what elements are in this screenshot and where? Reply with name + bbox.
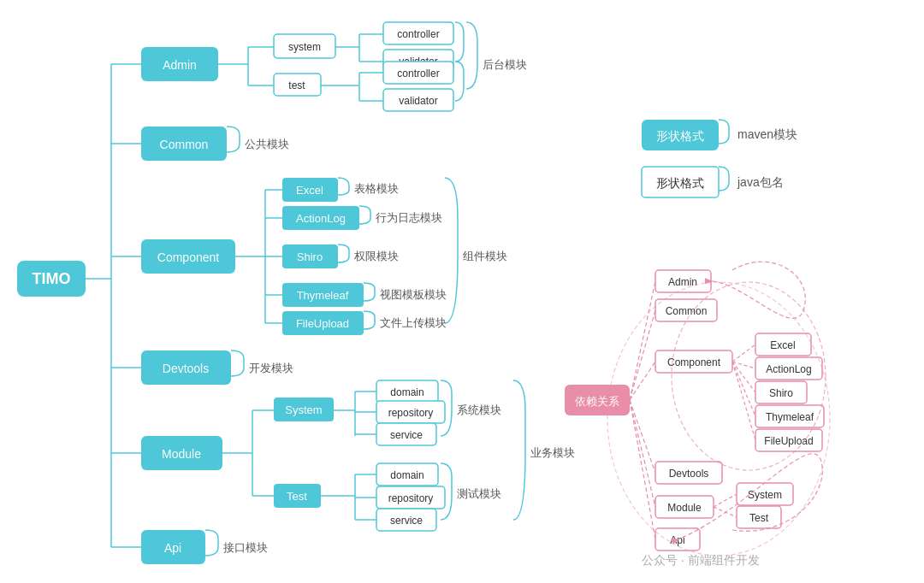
fileupload-label: FileUpload — [296, 317, 349, 330]
system-module-label: 系统模块 — [457, 403, 501, 416]
svg-text:FileUpload: FileUpload — [764, 435, 813, 447]
node-domain-1: domain — [376, 380, 438, 403]
svg-line-110 — [630, 362, 655, 400]
svg-text:domain: domain — [390, 469, 424, 481]
right-module: Module — [655, 496, 714, 518]
node-component: Component — [141, 239, 235, 274]
svg-text:controller: controller — [397, 28, 439, 40]
svg-text:System: System — [748, 489, 782, 501]
svg-line-114 — [732, 344, 755, 362]
excel-label: Excel — [296, 184, 323, 197]
admin-label: Admin — [163, 58, 197, 72]
common-label: Common — [160, 138, 209, 151]
dependency-label: 依赖关系 — [575, 395, 619, 408]
node-validator-2: validator — [383, 89, 453, 111]
svg-text:Module: Module — [667, 502, 702, 514]
node-system-admin: system — [274, 34, 335, 58]
svg-text:Api: Api — [670, 534, 684, 546]
actionlog-label: ActionLog — [296, 212, 346, 225]
svg-line-117 — [732, 362, 755, 416]
node-module: Module — [141, 436, 222, 470]
svg-text:repository: repository — [388, 407, 434, 419]
module-label: Module — [162, 447, 201, 461]
devtools-module-label: 开发模块 — [249, 362, 293, 374]
module-module-label: 业务模块 — [530, 446, 575, 459]
node-repository-2: repository — [376, 486, 445, 509]
component-label: Component — [157, 250, 219, 264]
svg-text:controller: controller — [397, 68, 439, 80]
legend-shape-filled: 形状格式 — [656, 129, 704, 143]
node-domain-2: domain — [376, 463, 438, 486]
component-module-label: 组件模块 — [463, 250, 507, 262]
svg-text:Thymeleaf: Thymeleaf — [766, 411, 814, 423]
legend-shape-outline: 形状格式 — [656, 176, 704, 190]
timo-label: TIMO — [33, 270, 71, 287]
test-label: Test — [287, 490, 307, 503]
svg-text:domain: domain — [390, 386, 424, 398]
watermark: 公众号 · 前端组件开发 — [642, 553, 760, 567]
svg-text:service: service — [390, 429, 423, 441]
thymeleaf-label-text: 视图模板模块 — [380, 288, 447, 301]
right-devtools: Devtools — [655, 462, 722, 484]
right-excel: Excel — [755, 333, 811, 356]
node-service-2: service — [376, 509, 436, 531]
svg-text:Common: Common — [666, 305, 708, 317]
legend: 形状格式 maven模块 形状格式 java包名 — [642, 120, 797, 197]
api-module-label: 接口模块 — [223, 541, 268, 554]
admin-module-label: 后台模块 — [483, 58, 527, 71]
node-timo: TIMO — [17, 261, 86, 297]
legend-java-label: java包名 — [737, 175, 784, 189]
legend-maven-label: maven模块 — [737, 127, 797, 141]
fileupload-label-text: 文件上传模块 — [380, 316, 447, 329]
node-excel: Excel — [282, 178, 338, 202]
node-service-1: service — [376, 423, 436, 445]
svg-line-116 — [732, 362, 755, 392]
svg-line-111 — [630, 400, 655, 473]
node-devtools: Devtools — [141, 350, 231, 385]
right-system: System — [737, 483, 793, 505]
svg-text:repository: repository — [388, 492, 434, 504]
node-admin: Admin — [141, 47, 218, 81]
node-thymeleaf: Thymeleaf — [282, 283, 364, 307]
right-shiro: Shiro — [755, 381, 807, 403]
right-component: Component — [655, 350, 732, 373]
node-common: Common — [141, 127, 227, 161]
diagram-container: TIMO Admin system controller validator t… — [0, 0, 924, 583]
common-module-label: 公共模块 — [245, 138, 289, 150]
svg-text:system: system — [288, 41, 321, 53]
svg-line-115 — [732, 362, 755, 368]
svg-text:Excel: Excel — [770, 339, 795, 351]
node-system-module: System — [274, 398, 334, 421]
thymeleaf-label: Thymeleaf — [297, 289, 349, 302]
svg-line-118 — [732, 362, 755, 440]
right-thymeleaf: Thymeleaf — [755, 405, 824, 427]
node-test-admin: test — [274, 74, 321, 96]
node-api: Api — [141, 530, 205, 564]
node-actionlog: ActionLog — [282, 206, 359, 230]
dependency-node: 依赖关系 — [565, 385, 630, 415]
svg-line-108 — [630, 281, 655, 400]
right-test: Test — [737, 506, 781, 528]
node-fileupload: FileUpload — [282, 311, 364, 335]
svg-text:Admin: Admin — [668, 276, 697, 288]
actionlog-label-text: 行为日志模块 — [376, 211, 442, 224]
node-controller-1: controller — [383, 22, 453, 44]
svg-line-109 — [630, 310, 655, 400]
svg-text:Component: Component — [667, 356, 721, 368]
svg-text:validator: validator — [399, 95, 437, 107]
devtools-label: Devtools — [163, 362, 209, 375]
svg-text:Test: Test — [749, 512, 769, 524]
right-common: Common — [655, 299, 717, 321]
shiro-label-text: 权限模块 — [353, 250, 399, 262]
svg-line-112 — [630, 400, 655, 507]
svg-text:Shiro: Shiro — [769, 387, 793, 399]
svg-text:service: service — [390, 515, 423, 527]
node-repository-1: repository — [376, 401, 445, 423]
test-module-label: 测试模块 — [457, 487, 501, 500]
svg-text:test: test — [288, 80, 305, 91]
right-fileupload: FileUpload — [755, 429, 822, 451]
excel-label-text: 表格模块 — [354, 182, 399, 195]
node-test-module: Test — [274, 484, 321, 508]
right-actionlog: ActionLog — [755, 357, 822, 380]
api-label: Api — [164, 541, 181, 555]
